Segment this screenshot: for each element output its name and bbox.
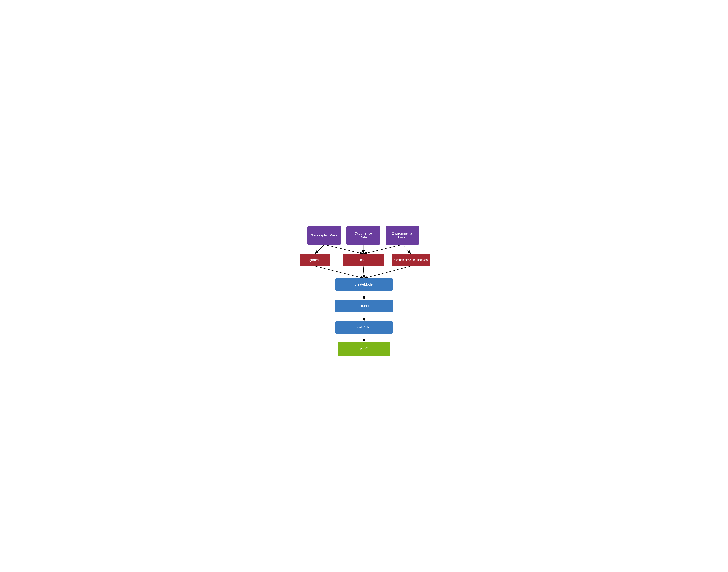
create-model-node: createModel — [335, 278, 393, 291]
diagram-container: Geographic Mask OccurrenceData Environme… — [295, 223, 433, 349]
calc-auc-node: calcAUC — [335, 321, 393, 334]
number-of-pseudo-absences-node: numberOfPseudoAbsences — [392, 254, 430, 266]
cost-node: cost — [343, 254, 384, 266]
svg-line-4 — [403, 244, 411, 254]
svg-line-1 — [324, 244, 363, 254]
svg-line-7 — [364, 266, 411, 278]
auc-node: AUC — [338, 342, 390, 356]
environmental-layer-node: EnvironmentalLayer — [385, 226, 419, 244]
svg-line-3 — [363, 244, 403, 254]
svg-line-5 — [315, 266, 364, 278]
test-model-node: testModel — [335, 300, 393, 312]
gamma-node: gamma — [300, 254, 331, 266]
svg-line-0 — [315, 244, 324, 254]
occurrence-data-node: OccurrenceData — [347, 226, 380, 244]
geographic-mask-node: Geographic Mask — [307, 226, 341, 244]
svg-line-6 — [363, 266, 364, 278]
